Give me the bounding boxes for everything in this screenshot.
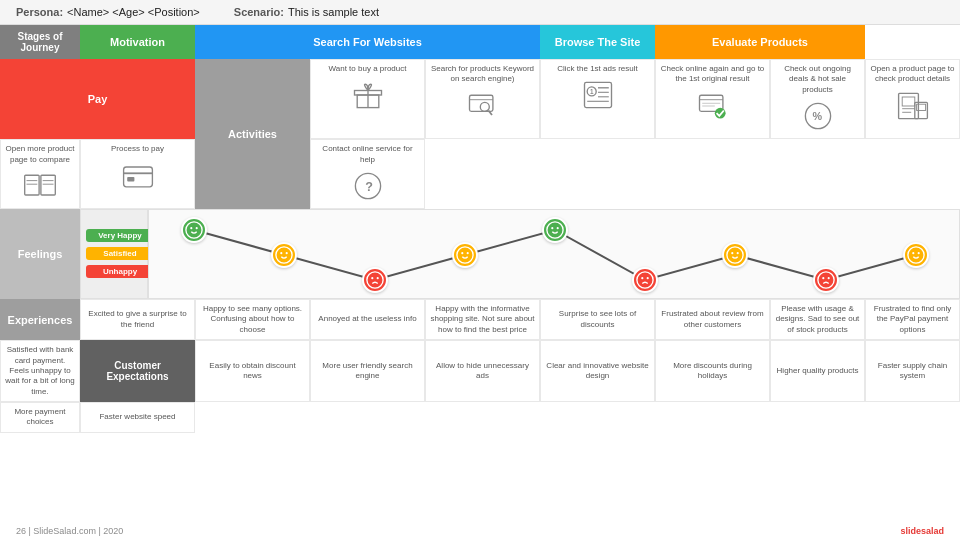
svg-point-50 bbox=[547, 222, 563, 238]
svg-point-47 bbox=[457, 247, 473, 263]
emoji-6 bbox=[722, 242, 748, 268]
content-area: Stages of Journey Motivation Search For … bbox=[0, 25, 960, 433]
activity-cell-2: Click the 1st ads result 1 bbox=[540, 59, 655, 139]
cust-cell-4: More discounts during holidays bbox=[655, 340, 770, 402]
svg-point-39 bbox=[190, 227, 192, 229]
cust-cell-0: Easily to obtain discount news bbox=[195, 340, 310, 402]
cust-cell-2: Allow to hide unnecessary ads bbox=[425, 340, 540, 402]
svg-point-54 bbox=[641, 277, 643, 279]
svg-rect-35 bbox=[127, 176, 134, 181]
main-grid: Stages of Journey Motivation Search For … bbox=[0, 25, 960, 433]
slide: Persona: <Name> <Age> <Position> Scenari… bbox=[0, 0, 960, 540]
svg-rect-27 bbox=[25, 175, 39, 195]
emoji-7 bbox=[813, 267, 839, 293]
svg-point-63 bbox=[912, 252, 914, 254]
emoji-3 bbox=[452, 242, 478, 268]
header-browse: Browse The Site bbox=[540, 25, 655, 59]
svg-point-44 bbox=[366, 272, 382, 288]
activity-cell-8: Contact online service for help ? bbox=[310, 139, 425, 209]
exp-cell-1: Happy to see many options. Confusing abo… bbox=[195, 299, 310, 340]
exp-cell-7: Frustrated to find only the PayPal payme… bbox=[865, 299, 960, 340]
emoji-8 bbox=[903, 242, 929, 268]
svg-point-18 bbox=[714, 108, 725, 119]
product-page-icon bbox=[895, 88, 931, 124]
svg-point-51 bbox=[551, 227, 553, 229]
svg-rect-22 bbox=[902, 97, 915, 106]
svg-point-62 bbox=[908, 247, 924, 263]
svg-point-60 bbox=[822, 277, 824, 279]
emoji-5 bbox=[632, 267, 658, 293]
svg-point-43 bbox=[286, 252, 288, 254]
feelings-row: Feelings Very Happy Satisfied Unhappy bbox=[0, 209, 960, 299]
svg-text:1: 1 bbox=[589, 88, 593, 95]
emoji-2 bbox=[362, 267, 388, 293]
emoji-0 bbox=[181, 217, 207, 243]
persona-bar: Persona: <Name> <Age> <Position> Scenari… bbox=[0, 0, 960, 25]
experiences-label: Experiences bbox=[0, 299, 80, 340]
svg-point-57 bbox=[732, 252, 734, 254]
cust-cell-3: Clear and innovative website design bbox=[540, 340, 655, 402]
exp-cell-6: Please with usage & designs. Sad to see … bbox=[770, 299, 865, 340]
feelings-chart bbox=[148, 209, 960, 299]
gift-icon bbox=[350, 77, 386, 113]
check-online-icon bbox=[695, 88, 731, 124]
header-search: Search For Websites bbox=[195, 25, 540, 59]
svg-rect-33 bbox=[123, 167, 152, 187]
customer-expectations-label: Customer Expectations bbox=[80, 340, 195, 402]
feelings-badges: Very Happy Satisfied Unhappy bbox=[80, 209, 148, 299]
exp-cell-4: Surprise to see lots of discounts bbox=[540, 299, 655, 340]
deals-icon: % bbox=[800, 98, 836, 134]
persona-value: <Name> <Age> <Position> bbox=[67, 6, 200, 18]
header-stages: Stages of Journey bbox=[0, 25, 80, 59]
exp-cell-8: Satisfied with bank card payment. Feels … bbox=[0, 340, 80, 402]
svg-point-58 bbox=[737, 252, 739, 254]
badge-unhappy: Unhappy bbox=[86, 265, 154, 278]
svg-point-49 bbox=[466, 252, 468, 254]
svg-point-48 bbox=[461, 252, 463, 254]
scenario-value: This is sample text bbox=[288, 6, 379, 18]
footer-brand: slidesalad bbox=[900, 526, 944, 536]
footer-left: 26 | SlideSalad.com | 2020 bbox=[16, 526, 123, 536]
exp-cell-5: Frustrated about review from other custo… bbox=[655, 299, 770, 340]
svg-point-64 bbox=[917, 252, 919, 254]
emoji-1 bbox=[271, 242, 297, 268]
contact-icon: ? bbox=[350, 168, 386, 204]
activity-cell-3: Check online again and go to the 1st ori… bbox=[655, 59, 770, 139]
search-web-icon bbox=[465, 88, 501, 124]
svg-rect-28 bbox=[41, 175, 55, 195]
header-motivation: Motivation bbox=[80, 25, 195, 59]
svg-point-38 bbox=[186, 222, 202, 238]
cust-cell-6: Faster supply chain system bbox=[865, 340, 960, 402]
svg-point-40 bbox=[196, 227, 198, 229]
persona-label: Persona: bbox=[16, 6, 63, 18]
feelings-label: Feelings bbox=[0, 209, 80, 299]
cust-cell-1: More user friendly search engine bbox=[310, 340, 425, 402]
ads-result-icon: 1 bbox=[580, 77, 616, 113]
badge-satisfied: Satisfied bbox=[86, 247, 154, 260]
exp-cell-3: Happy with the informative shopping site… bbox=[425, 299, 540, 340]
svg-point-56 bbox=[727, 247, 743, 263]
svg-point-55 bbox=[647, 277, 649, 279]
svg-point-45 bbox=[371, 277, 373, 279]
cust-cell-7: More payment choices bbox=[0, 402, 80, 433]
cust-cell-8: Faster website speed bbox=[80, 402, 195, 433]
svg-point-42 bbox=[281, 252, 283, 254]
header-pay: Pay bbox=[0, 59, 195, 139]
activity-cell-5: Open a product page to check product det… bbox=[865, 59, 960, 139]
badge-very-happy: Very Happy bbox=[86, 229, 154, 242]
svg-text:?: ? bbox=[365, 180, 373, 194]
activity-cell-7: Process to pay bbox=[80, 139, 195, 209]
svg-point-61 bbox=[827, 277, 829, 279]
pay-icon bbox=[120, 158, 156, 194]
svg-point-5 bbox=[480, 102, 489, 111]
exp-cell-0: Excited to give a surprise to the friend bbox=[80, 299, 195, 340]
emoji-4 bbox=[542, 217, 568, 243]
activity-cell-6: Open more product page to compare bbox=[0, 139, 80, 209]
svg-point-41 bbox=[276, 247, 292, 263]
svg-point-52 bbox=[557, 227, 559, 229]
header-evaluate: Evaluate Products bbox=[655, 25, 865, 59]
scenario-label: Scenario: bbox=[234, 6, 284, 18]
exp-cell-2: Annoyed at the useless info bbox=[310, 299, 425, 340]
footer: 26 | SlideSalad.com | 2020 slidesalad bbox=[16, 526, 944, 536]
activity-cell-4: Check out ongoing deals & hot sale produ… bbox=[770, 59, 865, 139]
